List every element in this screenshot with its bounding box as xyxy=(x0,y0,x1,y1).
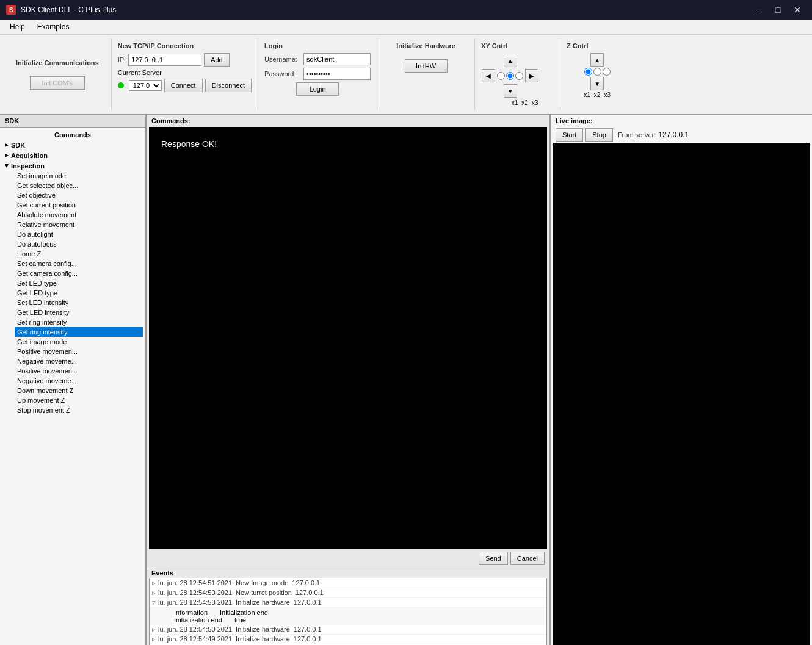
tree-up-movement-z[interactable]: Up movement Z xyxy=(15,395,143,405)
tree-set-led-intensity[interactable]: Set LED intensity xyxy=(15,298,143,308)
events-panel: Events ▹ lu. jun. 28 12:54:51 2021 New I… xyxy=(149,568,547,645)
tree-negative-movement-1[interactable]: Negative moveme... xyxy=(15,356,143,366)
tree-positive-movement-2[interactable]: Positive movemen... xyxy=(15,366,143,376)
close-button[interactable]: ✕ xyxy=(789,4,806,16)
help-menu[interactable]: Help xyxy=(5,21,30,33)
z-x3-radio[interactable] xyxy=(603,68,611,76)
tree-get-ring-intensity[interactable]: Get ring intensity xyxy=(15,327,143,337)
tree-inspection[interactable]: ▾ Inspection xyxy=(2,160,143,171)
z-down-button[interactable]: ▼ xyxy=(590,77,604,90)
send-cancel-row: Send Cancel xyxy=(147,549,549,568)
live-header-label: Live image: xyxy=(551,115,812,127)
acquisition-label: Acquisition xyxy=(11,152,48,159)
event-name-0: New Image mode xyxy=(236,579,288,586)
inithw-button[interactable]: InitHW xyxy=(405,59,448,73)
xy-down-button[interactable]: ▼ xyxy=(504,84,517,98)
inspection-label: Inspection xyxy=(11,162,45,170)
tree-relative-movement[interactable]: Relative movement xyxy=(15,220,143,229)
tree-get-selected-obj[interactable]: Get selected objec... xyxy=(15,181,143,190)
tree-down-movement-z[interactable]: Down movement Z xyxy=(15,386,143,395)
xy-x1-radio[interactable] xyxy=(497,72,505,80)
tree-get-image-mode[interactable]: Get image mode xyxy=(15,337,143,347)
event-row-2: ▿ lu. jun. 28 12:54:50 2021 Initialize h… xyxy=(150,598,546,608)
cancel-button[interactable]: Cancel xyxy=(510,552,545,565)
start-button[interactable]: Start xyxy=(556,128,583,142)
password-input[interactable] xyxy=(303,68,371,80)
ip-label: IP: xyxy=(118,56,126,63)
z-x2-radio[interactable] xyxy=(593,68,601,76)
tree-set-ring-intensity[interactable]: Set ring intensity xyxy=(15,317,143,327)
examples-menu[interactable]: Examples xyxy=(32,21,74,33)
tree-do-autolight[interactable]: Do autolight xyxy=(15,229,143,239)
sdk-label-text: SDK xyxy=(11,142,25,149)
xy-x2-radio[interactable] xyxy=(506,72,514,80)
event-server-3: 127.0.0.1 xyxy=(294,625,322,633)
hw-title: Initialize Hardware xyxy=(396,42,455,49)
tree-get-camera-config[interactable]: Get camera config... xyxy=(15,268,143,278)
expand-icon-2[interactable]: ▿ xyxy=(152,599,156,607)
xy-radio-labels: x1 x2 x3 xyxy=(481,99,554,106)
xy-controls: ▲ ◀ ▶ ▼ xyxy=(481,53,539,98)
expand-icon-0[interactable]: ▹ xyxy=(152,579,156,587)
login-section: Login Username: Password: Login xyxy=(258,38,377,110)
live-panel: Live image: Start Stop From server: 127.… xyxy=(549,115,812,645)
commands-label: Commands: xyxy=(147,115,549,127)
server-select[interactable]: 127.0 xyxy=(129,80,162,91)
xy-x3-radio[interactable] xyxy=(515,72,523,80)
disconnect-button[interactable]: Disconnect xyxy=(205,79,252,92)
sdk-expand-icon: ▸ xyxy=(5,141,9,149)
event-name-1: New turret position xyxy=(236,589,292,596)
hw-section: Initialize Hardware InitHW xyxy=(377,38,475,110)
username-input[interactable] xyxy=(303,53,371,65)
tree-negative-movement-2[interactable]: Negative moveme... xyxy=(15,376,143,386)
tcp-section: New TCP/IP Connection IP: Add Current Se… xyxy=(112,38,258,110)
event-row-4: ▹ lu. jun. 28 12:54:49 2021 Initialize h… xyxy=(150,635,546,644)
tree-set-objective[interactable]: Set objective xyxy=(15,190,143,200)
events-list[interactable]: ▹ lu. jun. 28 12:54:51 2021 New Image mo… xyxy=(149,578,547,645)
tree-absolute-movement[interactable]: Absolute movement xyxy=(15,210,143,220)
xy-up-button[interactable]: ▲ xyxy=(504,54,517,67)
expand-icon-1[interactable]: ▹ xyxy=(152,589,156,597)
tree-set-led-type[interactable]: Set LED type xyxy=(15,278,143,288)
from-server-label: From server: xyxy=(618,131,656,139)
tree-get-led-type[interactable]: Get LED type xyxy=(15,288,143,298)
tree-acquisition[interactable]: ▸ Acquisition xyxy=(2,150,143,160)
tree-positive-movement-1[interactable]: Positive movemen... xyxy=(15,347,143,356)
detail-key-info: Information xyxy=(174,609,208,616)
xy-section: XY Cntrl ▲ ◀ ▶ ▼ x1 x2 x3 xyxy=(475,38,560,110)
ip-input[interactable] xyxy=(128,54,201,66)
connect-button[interactable]: Connect xyxy=(164,79,203,92)
init-com-button[interactable]: Init COM's xyxy=(30,76,85,90)
stop-button[interactable]: Stop xyxy=(585,128,613,142)
xy-title: XY Cntrl xyxy=(481,42,554,49)
login-button[interactable]: Login xyxy=(296,82,339,96)
maximize-button[interactable]: □ xyxy=(769,4,786,16)
tree-stop-movement-z[interactable]: Stop movement Z xyxy=(15,405,143,415)
tree-get-current-pos[interactable]: Get current position xyxy=(15,200,143,210)
event-row-0: ▹ lu. jun. 28 12:54:51 2021 New Image mo… xyxy=(150,578,546,588)
tree-set-image-mode[interactable]: Set image mode xyxy=(15,171,143,181)
username-label: Username: xyxy=(264,56,301,63)
ip-row: IP: Add xyxy=(118,53,252,67)
xy-left-button[interactable]: ◀ xyxy=(482,69,495,82)
inspection-children: Set image mode Get selected objec... Set… xyxy=(2,171,143,415)
tree-get-led-intensity[interactable]: Get LED intensity xyxy=(15,308,143,317)
password-label: Password: xyxy=(264,70,301,77)
tree-home-z[interactable]: Home Z xyxy=(15,249,143,259)
event-detail-2: Information Initialization end Initializ… xyxy=(150,608,546,625)
server-row: 127.0 Connect Disconnect xyxy=(118,79,252,92)
tree-do-autofocus[interactable]: Do autofocus xyxy=(15,239,143,249)
send-button[interactable]: Send xyxy=(479,552,508,565)
expand-icon-3[interactable]: ▹ xyxy=(152,625,156,633)
z-x1-radio[interactable] xyxy=(584,68,592,76)
tree-set-camera-config[interactable]: Set camera config... xyxy=(15,259,143,268)
minimize-button[interactable]: − xyxy=(750,4,767,16)
z-up-button[interactable]: ▲ xyxy=(590,53,604,67)
add-button[interactable]: Add xyxy=(204,53,230,67)
menu-bar: Help Examples xyxy=(0,20,812,35)
live-image-area xyxy=(553,143,810,645)
xy-right-button[interactable]: ▶ xyxy=(525,69,538,82)
tree-sdk[interactable]: ▸ SDK xyxy=(2,140,143,150)
main-area: SDK Commands ▸ SDK ▸ Acquisition ▾ Inspe… xyxy=(0,115,812,645)
expand-icon-4[interactable]: ▹ xyxy=(152,635,156,643)
